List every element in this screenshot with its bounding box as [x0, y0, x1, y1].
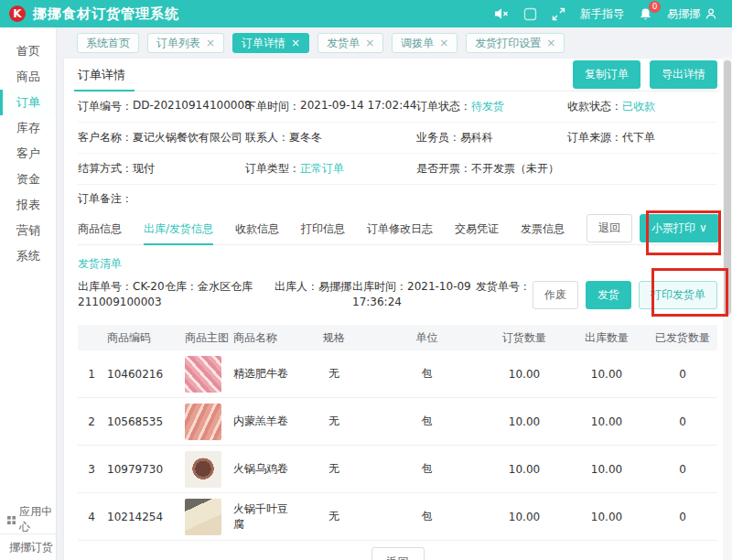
close-icon[interactable]: ×: [365, 37, 374, 49]
tab-order-detail[interactable]: 订单详情×: [232, 33, 309, 53]
close-icon[interactable]: ×: [439, 37, 448, 49]
sidebar-item-system[interactable]: 系统: [0, 243, 56, 269]
tab-payment-info[interactable]: 收款信息: [235, 212, 279, 244]
user-icon: [705, 7, 717, 20]
app-center-link[interactable]: 应用中心: [0, 506, 56, 533]
close-icon[interactable]: ×: [291, 37, 300, 49]
receipt-print-dropdown[interactable]: 小票打印 ∨: [640, 214, 719, 242]
shipped-qty: 0: [648, 415, 717, 428]
product-image: [185, 499, 221, 535]
order-info-row: 结算方式：现付 订单类型：正常订单 是否开票：不开发票（未开）: [78, 154, 717, 185]
product-code: 10460216: [105, 368, 183, 381]
product-image: [185, 356, 221, 393]
product-code: 10568535: [105, 415, 183, 428]
product-name: 内蒙羔羊卷: [231, 414, 297, 429]
product-spec: 无: [297, 414, 371, 429]
header-product-image: 商品主图: [183, 330, 231, 346]
product-spec: 无: [297, 509, 371, 524]
settle-label: 结算方式：: [78, 161, 133, 177]
order-time-value: 2021-09-14 17:02:44: [300, 99, 416, 114]
header-product-name: 商品名称: [231, 330, 297, 346]
order-time-label: 下单时间：: [245, 99, 300, 114]
tab-transfer[interactable]: 调拨单×: [392, 33, 458, 53]
sidebar-item-marketing[interactable]: 营销: [0, 218, 56, 243]
out-qty: 10.00: [565, 368, 648, 381]
tab-order-change-log[interactable]: 订单修改日志: [367, 212, 433, 244]
close-icon[interactable]: ×: [546, 37, 555, 49]
source-label: 订单来源：: [567, 130, 622, 145]
row-index: 1: [78, 368, 105, 381]
product-code: 10979730: [105, 463, 183, 476]
header-unit: 单位: [371, 330, 483, 346]
print-shipment-button[interactable]: 打印发货单: [639, 281, 717, 309]
export-detail-button[interactable]: 导出详情: [650, 60, 717, 89]
fullscreen-icon[interactable]: [552, 7, 565, 21]
sidebar-item-products[interactable]: 商品: [0, 64, 56, 90]
tab-product-info[interactable]: 商品信息: [78, 212, 122, 244]
guide-link[interactable]: 新手指导: [580, 6, 624, 22]
warehouse-value: 金水区仓库: [198, 280, 253, 293]
mute-icon[interactable]: [494, 7, 509, 20]
return-button[interactable]: 退回: [587, 214, 632, 242]
product-code: 10214254: [105, 511, 183, 523]
bell-icon[interactable]: 0: [639, 7, 652, 21]
copy-order-button[interactable]: 复制订单: [573, 60, 640, 89]
tab-print-info[interactable]: 打印信息: [301, 212, 345, 244]
shipping-info-row: 出库单号：CK-20211009100003 仓库：金水区仓库 出库人：易挪挪 …: [78, 279, 717, 323]
grid-icon: [7, 515, 16, 525]
sidebar-item-customers[interactable]: 客户: [0, 141, 56, 167]
pay-status-value: 已收款: [622, 99, 655, 114]
app-logo: K: [9, 5, 26, 22]
order-status-value: 待发货: [471, 99, 504, 114]
tab-order-list[interactable]: 订单列表×: [147, 33, 224, 53]
product-name: 精选肥牛卷: [231, 366, 297, 382]
sidebar-item-reports[interactable]: 报表: [0, 192, 56, 218]
close-icon[interactable]: ×: [206, 37, 215, 49]
tab-shipment[interactable]: 发货单×: [318, 33, 383, 53]
screen-frame-icon[interactable]: [523, 7, 537, 21]
detail-tabs: 商品信息 出库/发货信息 收款信息 打印信息 订单修改日志 交易凭证 发票信息 …: [78, 212, 717, 245]
customer-value: 夏记火锅餐饮有限公司: [133, 130, 242, 145]
sidebar-item-orders[interactable]: 订单: [0, 90, 56, 115]
table-row: 4 10214254 火锅千叶豆腐 无 包 10.00 10.00 0: [78, 493, 717, 541]
sidebar-item-home[interactable]: 首页: [0, 38, 56, 64]
header-product-code: 商品编码: [105, 330, 183, 346]
tab-print-settings[interactable]: 发货打印设置×: [466, 33, 565, 53]
order-type-label: 订单类型：: [245, 161, 300, 177]
header-shipped-qty: 已发货数量: [648, 330, 717, 346]
table-row: 1 10460216 精选肥牛卷 无 包 10.00 10.00 0: [78, 350, 717, 398]
operator-label: 出库人：: [274, 280, 318, 293]
ship-button[interactable]: 发货: [586, 281, 631, 309]
out-qty: 10.00: [565, 415, 648, 428]
out-qty: 10.00: [565, 511, 648, 523]
product-unit: 包: [371, 366, 483, 382]
void-button[interactable]: 作废: [533, 281, 578, 309]
shipment-items-table: 商品编码 商品主图 商品名称 规格 单位 订货数量 出库数量 已发货数量 1 1…: [78, 325, 717, 541]
user-menu[interactable]: 易挪挪: [667, 6, 717, 22]
sidebar-item-funds[interactable]: 资金: [0, 167, 56, 192]
tab-system-home[interactable]: 系统首页: [77, 33, 139, 53]
header-out-qty: 出库数量: [565, 330, 648, 346]
table-header: 商品编码 商品主图 商品名称 规格 单位 订货数量 出库数量 已发货数量: [78, 325, 717, 350]
breadcrumb-tabbar: 系统首页 订单列表× 订单详情× 发货单× 调拨单× 发货打印设置×: [57, 27, 732, 59]
invoice-label: 是否开票：: [416, 161, 471, 177]
order-info-row: 订单编号：DD-20210914100008 下单时间：2021-09-14 1…: [78, 92, 717, 123]
shipping-list-title: 发货清单: [78, 256, 717, 272]
order-qty: 10.00: [483, 511, 565, 523]
warehouse-label: 仓库：: [165, 280, 198, 293]
ship-no-label: 发货单号：: [476, 280, 531, 293]
tab-transaction-voucher[interactable]: 交易凭证: [455, 212, 499, 244]
back-button[interactable]: 返回: [371, 547, 425, 560]
scrollbar-thumb[interactable]: [724, 60, 731, 315]
shipped-qty: 0: [648, 368, 717, 381]
sidebar-item-inventory[interactable]: 库存: [0, 115, 56, 141]
table-row: 3 10979730 火锅乌鸡卷 无 包 10.00 10.00 0: [78, 446, 717, 493]
product-unit: 包: [371, 414, 483, 429]
app-center-label: 应用中心: [19, 504, 56, 535]
tab-outbound-shipping-info[interactable]: 出库/发货信息: [144, 212, 213, 244]
tab-invoice-info[interactable]: 发票信息: [521, 212, 565, 244]
order-no-label: 订单编号：: [78, 99, 133, 114]
order-info-row: 客户名称：夏记火锅餐饮有限公司 联系人：夏冬冬 业务员：易科科 订单来源：代下单: [78, 123, 717, 154]
order-detail-panel: 订单详情 复制订单 导出详情 订单编号：DD-20210914100008 下单…: [64, 59, 725, 560]
product-unit: 包: [371, 461, 483, 477]
